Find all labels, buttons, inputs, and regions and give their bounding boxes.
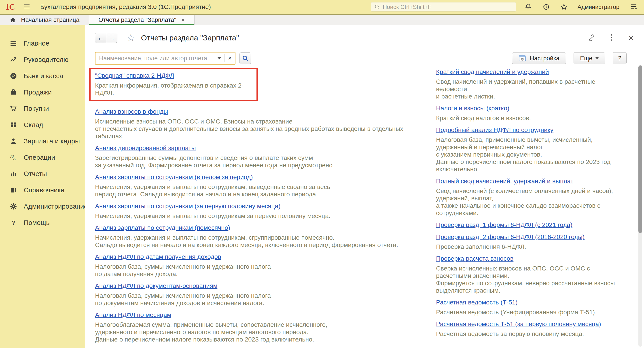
report-link[interactable]: Анализ НДФЛ по документам-основаниям bbox=[95, 282, 217, 289]
report-title: "Сводная" справка 2-НДФЛ bbox=[95, 72, 252, 80]
help-button[interactable]: ? bbox=[613, 52, 626, 64]
global-search[interactable] bbox=[371, 2, 516, 12]
report-description: Налоговая база, суммы исчисленного и уде… bbox=[95, 292, 430, 307]
report-link[interactable]: Анализ зарплаты по сотрудникам (за перву… bbox=[95, 203, 280, 209]
favorites-star-icon[interactable] bbox=[560, 2, 568, 11]
report-item: Проверка разд. 2 формы 6-НДФЛ (2016-2020… bbox=[436, 233, 633, 250]
report-item: Краткий свод начислений и удержанийСвод … bbox=[436, 68, 633, 100]
report-description: Налогооблагаемая сумма, примененные выче… bbox=[95, 321, 430, 343]
report-item: Налоги и взносы (кратко)Краткий свод нал… bbox=[436, 105, 633, 122]
report-description: Зарегистрированные суммы депонентов и св… bbox=[95, 154, 430, 169]
global-search-input[interactable] bbox=[382, 3, 513, 10]
report-link[interactable]: Расчетная ведомость (Т-51) bbox=[436, 299, 518, 306]
search-icon bbox=[242, 54, 249, 62]
report-link[interactable]: "Сводная" справка 2-НДФЛ bbox=[95, 72, 174, 79]
report-link[interactable]: Анализ депонированной зарплаты bbox=[95, 145, 196, 152]
report-description: Начисления, удержания и выплаты по сотру… bbox=[95, 183, 430, 198]
report-description: Расчетная ведомость (Унифицированная фор… bbox=[436, 309, 633, 316]
report-description: Свод начислений (с количеством оплаченны… bbox=[436, 187, 633, 217]
sidebar-item-purchases[interactable]: Покупки bbox=[0, 100, 85, 117]
report-title: Анализ зарплаты по сотрудникам (помесячн… bbox=[95, 224, 430, 232]
sidebar-item-bank-cash[interactable]: ₽Банк и касса bbox=[0, 68, 85, 84]
report-link[interactable]: Проверка расчета взносов bbox=[436, 255, 514, 262]
report-link[interactable]: Анализ НДФЛ по месяцам bbox=[95, 311, 171, 318]
sidebar-item-label: Банк и касса bbox=[24, 72, 63, 80]
main-menu-icon[interactable] bbox=[23, 4, 31, 10]
report-link[interactable]: Анализ зарплаты по сотрудникам (помесячн… bbox=[95, 224, 230, 231]
sidebar-item-salary-hr[interactable]: Зарплата и кадры bbox=[0, 133, 85, 149]
report-link[interactable]: Подробный анализ НДФЛ по сотруднику bbox=[436, 126, 554, 133]
report-link[interactable]: Анализ взносов в фонды bbox=[95, 108, 168, 115]
dtkt-icon: ДтКт bbox=[10, 154, 18, 162]
user-name[interactable]: Администратор bbox=[577, 3, 620, 10]
kebab-menu-icon[interactable] bbox=[607, 33, 616, 42]
more-button[interactable]: Еще bbox=[574, 52, 605, 64]
sidebar-item-administration[interactable]: Администрирование bbox=[0, 198, 85, 214]
tab-home[interactable]: Начальная страница bbox=[0, 15, 89, 25]
back-button[interactable]: ← bbox=[95, 33, 106, 43]
tab-salary-reports[interactable]: Отчеты раздела "Зарплата" × bbox=[89, 15, 194, 25]
report-item: Анализ НДФЛ по датам получения доходовНа… bbox=[95, 253, 430, 278]
report-title: Анализ НДФЛ по датам получения доходов bbox=[95, 253, 430, 261]
report-description: Налоговая база, суммы исчисленного и уде… bbox=[95, 263, 430, 278]
report-description: Краткий свод налогов и взносов. bbox=[436, 114, 633, 122]
1c-logo: 1С bbox=[5, 2, 15, 12]
search-button[interactable] bbox=[240, 52, 251, 64]
report-search-input[interactable] bbox=[96, 55, 214, 62]
report-title: Проверка расчета взносов bbox=[436, 255, 633, 262]
app-title: Бухгалтерия предприятия, редакция 3.0 (1… bbox=[40, 3, 211, 10]
sidebar-item-reports[interactable]: Отчеты bbox=[0, 166, 85, 182]
tab-close-icon[interactable]: × bbox=[181, 17, 185, 23]
report-title: Расчетная ведомость (Т-51) bbox=[436, 299, 633, 306]
report-link[interactable]: Анализ зарплаты по сотрудникам (в целом … bbox=[95, 174, 253, 180]
gear-icon bbox=[10, 202, 18, 210]
report-description: Краткая информация, отображаемая в справ… bbox=[95, 82, 252, 97]
workspace: ГлавноеРуководителю₽Банк и кассаПродажиП… bbox=[0, 25, 644, 348]
trend-icon bbox=[10, 56, 18, 64]
report-item: Анализ зарплаты по сотрудникам (в целом … bbox=[95, 173, 430, 198]
settings-button-label: Настройка bbox=[530, 55, 560, 62]
report-title: Анализ депонированной зарплаты bbox=[95, 144, 430, 152]
user-menu-icon[interactable] bbox=[629, 2, 638, 11]
report-search-field[interactable]: × bbox=[95, 52, 236, 65]
close-form-icon[interactable]: × bbox=[626, 33, 636, 42]
search-clear-icon[interactable]: × bbox=[225, 52, 235, 64]
sidebar-item-directories[interactable]: Справочники bbox=[0, 182, 85, 198]
report-description: Начисления, удержания и выплаты по сотру… bbox=[95, 234, 430, 249]
notifications-bell-icon[interactable] bbox=[524, 2, 533, 11]
history-icon[interactable] bbox=[542, 2, 550, 11]
report-link[interactable]: Проверка разд. 2 формы 6-НДФЛ (2016-2020… bbox=[436, 233, 584, 240]
report-link[interactable]: Краткий свод начислений и удержаний bbox=[436, 68, 549, 75]
sidebar-item-label: Отчеты bbox=[24, 170, 47, 177]
cart-icon bbox=[10, 105, 18, 113]
sidebar-item-sales[interactable]: Продажи bbox=[0, 84, 85, 100]
report-link[interactable]: Анализ НДФЛ по датам получения доходов bbox=[95, 253, 221, 260]
settings-button[interactable]: Настройка bbox=[512, 52, 566, 64]
report-description: Сверка исчисленных взносов на ОПС, ОСС и… bbox=[436, 265, 633, 294]
get-link-icon[interactable] bbox=[587, 33, 596, 42]
reports-list: "Сводная" справка 2-НДФЛКраткая информац… bbox=[95, 68, 644, 348]
favorite-star-icon[interactable]: ☆ bbox=[126, 33, 135, 43]
sidebar-item-warehouse[interactable]: Склад bbox=[0, 117, 85, 133]
ruble-icon: ₽ bbox=[10, 72, 18, 80]
report-link[interactable]: Налоги и взносы (кратко) bbox=[436, 105, 510, 112]
report-title: Налоги и взносы (кратко) bbox=[436, 105, 633, 112]
report-title: Анализ НДФЛ по месяцам bbox=[95, 311, 430, 319]
scrollbar-thumb[interactable] bbox=[638, 65, 642, 233]
search-dropdown-icon[interactable] bbox=[214, 52, 224, 64]
report-link[interactable]: Расчетная ведомость Т-51 (за первую поло… bbox=[436, 321, 601, 328]
forward-button[interactable]: → bbox=[106, 33, 118, 43]
report-link[interactable]: Проверка разд. 1 формы 6-НДФЛ (с 2021 го… bbox=[436, 221, 572, 228]
sidebar-item-help[interactable]: ?Помощь bbox=[0, 214, 85, 231]
sidebar-item-operations[interactable]: ДтКтОперации bbox=[0, 149, 85, 166]
report-item: Анализ зарплаты по сотрудникам (помесячн… bbox=[95, 224, 430, 249]
page-title: Отчеты раздела "Зарплата" bbox=[141, 33, 239, 42]
svg-text:?: ? bbox=[12, 220, 15, 226]
report-link[interactable]: Полный свод начислений, удержаний и выпл… bbox=[436, 177, 573, 184]
report-description: Расчетная ведомость за первую половину м… bbox=[436, 330, 633, 338]
sidebar-item-manager[interactable]: Руководителю bbox=[0, 51, 85, 68]
sidebar-item-main[interactable]: Главное bbox=[0, 35, 85, 51]
sidebar-item-label: Склад bbox=[24, 121, 43, 129]
report-title: Проверка разд. 1 формы 6-НДФЛ (с 2021 го… bbox=[436, 221, 633, 229]
settings-gear-icon bbox=[518, 54, 526, 62]
